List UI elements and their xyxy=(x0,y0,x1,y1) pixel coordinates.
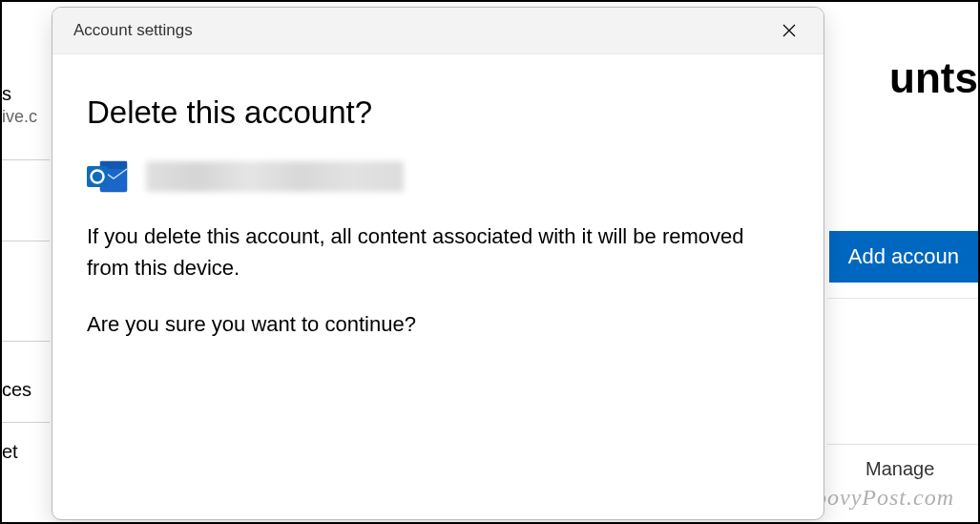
close-icon xyxy=(782,24,796,37)
divider xyxy=(2,341,50,342)
background-page-title: unts xyxy=(889,54,978,102)
sidebar-fragment-3: ces xyxy=(2,379,31,401)
sidebar-fragment-4: et xyxy=(2,441,18,463)
divider xyxy=(2,422,50,423)
modal-heading: Delete this account? xyxy=(87,94,789,131)
account-settings-modal: Account settings Delete this account? I xyxy=(52,7,824,520)
confirm-text: Are you sure you want to continue? xyxy=(87,308,789,340)
account-row xyxy=(87,157,789,196)
modal-header: Account settings xyxy=(52,8,824,54)
sidebar-fragment-1: s xyxy=(2,83,11,105)
divider xyxy=(2,241,50,241)
divider xyxy=(2,159,50,160)
sidebar-fragment-2: ive.c xyxy=(2,107,37,127)
add-account-button[interactable]: Add accoun xyxy=(829,231,978,283)
modal-title: Account settings xyxy=(73,21,193,40)
outlook-icon xyxy=(87,157,129,196)
divider xyxy=(827,298,978,299)
modal-body: Delete this account? If you delete this … xyxy=(52,54,824,384)
close-button[interactable] xyxy=(768,15,810,46)
account-email-redacted xyxy=(146,161,404,192)
warning-text: If you delete this account, all content … xyxy=(87,220,789,283)
